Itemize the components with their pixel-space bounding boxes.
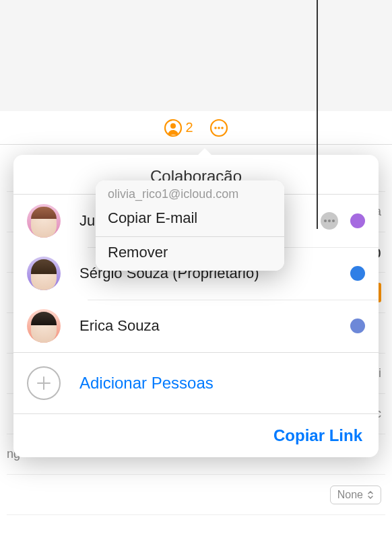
copy-link-button[interactable]: Copiar Link	[273, 426, 362, 445]
person-color-dot	[350, 213, 365, 228]
select-value: None	[337, 489, 363, 501]
ellipsis-circle-icon	[209, 119, 228, 137]
person-name: Erica Souza	[79, 317, 350, 335]
person-color-dot	[350, 266, 365, 281]
popover-footer: Copiar Link	[13, 413, 379, 457]
copy-email-item[interactable]: Copiar E-mail	[96, 203, 284, 236]
add-people-label: Adicionar Pessoas	[79, 374, 214, 393]
collaboration-button[interactable]: 2	[164, 119, 193, 137]
toolbar: 2	[0, 111, 392, 145]
svg-point-5	[221, 127, 224, 129]
collaboration-count: 2	[185, 120, 193, 135]
svg-point-3	[214, 127, 217, 129]
avatar	[27, 257, 61, 290]
add-people-button[interactable]: Adicionar Pessoas	[13, 352, 379, 413]
person-row[interactable]: Erica Souza	[13, 300, 379, 352]
context-menu: olivia_rico1@icloud.com Copiar E-mail Re…	[96, 180, 284, 271]
avatar	[27, 309, 61, 343]
background-select[interactable]: None	[330, 485, 381, 504]
person-circle-icon	[164, 119, 183, 137]
context-menu-email: olivia_rico1@icloud.com	[96, 180, 284, 203]
svg-point-1	[170, 123, 176, 129]
avatar	[27, 204, 61, 238]
plus-circle-icon	[27, 366, 61, 400]
more-menu-button[interactable]	[209, 119, 228, 137]
svg-point-4	[218, 127, 220, 129]
person-color-dot	[350, 319, 365, 333]
remove-item[interactable]: Remover	[96, 236, 284, 271]
person-more-button[interactable]	[321, 212, 338, 230]
chevron-updown-icon	[367, 490, 374, 500]
ellipsis-icon	[324, 220, 335, 222]
callout-line	[317, 0, 318, 229]
